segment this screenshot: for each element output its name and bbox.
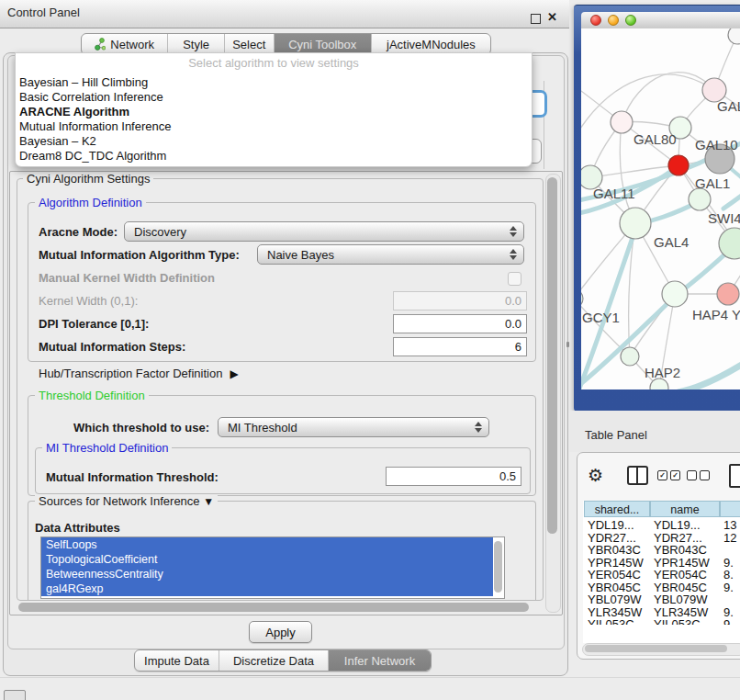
tab-impute-data-label: Impute Data [144, 654, 209, 668]
tab-cyni-toolbox[interactable]: Cyni Toolbox [275, 34, 372, 54]
stepper-arrows-icon [470, 422, 487, 433]
node[interactable] [728, 28, 740, 44]
node-label: SWI4 [708, 210, 740, 226]
list-item[interactable]: gal4RGexp [41, 581, 493, 596]
aracne-mode-combobox[interactable]: Discovery [124, 221, 524, 242]
algorithm-option[interactable]: Mutual Information Inference [16, 119, 532, 134]
data-attributes-list: SelfLoops TopologicalCoefficient Between… [40, 536, 505, 599]
zoom-traffic-light-icon[interactable] [625, 15, 636, 26]
aracne-mode-label: Aracne Mode: [39, 225, 118, 239]
control-panel-title: Control Panel [7, 6, 80, 19]
empty-box-icon [687, 470, 697, 480]
select-all-icon[interactable]: ✓ ✓ [657, 470, 680, 480]
cell-name: YIL053C [654, 618, 701, 625]
cell-value: 9. [723, 618, 734, 625]
network-view-canvas[interactable]: GAL GAL80 GAL10 GAL1 GAL11 SWI4 GAL4 GCY… [581, 28, 740, 390]
which-threshold-value: MI Threshold [228, 421, 470, 435]
cell-shared: YBR045C [588, 581, 641, 594]
node-label: HAP2 [645, 365, 680, 380]
mi-threshold-label: Mutual Information Threshold: [46, 470, 219, 484]
list-item[interactable]: SelfLoops [41, 537, 493, 552]
apply-button[interactable]: Apply [249, 621, 312, 643]
tab-network[interactable]: Network [82, 34, 168, 54]
which-threshold-combobox[interactable]: MI Threshold [218, 417, 489, 437]
column-header-cut[interactable] [720, 501, 740, 517]
float-window-icon[interactable] [531, 14, 541, 24]
algorithm-option[interactable]: Bayesian – Hill Climbing [16, 75, 532, 90]
cyni-bottom-tabs: Impute Data Discretize Data Infer Networ… [134, 649, 432, 672]
table-row[interactable]: YBR045CYBR045C9. [577, 581, 740, 594]
split-columns-icon[interactable] [627, 466, 648, 485]
tab-jactivemnodules-label: jActiveMNodules [387, 38, 476, 51]
column-header-shared[interactable]: shared... [584, 501, 650, 517]
minimized-panel-icon[interactable] [4, 690, 26, 700]
table-row[interactable]: YBR043CYBR043C [577, 544, 740, 557]
cell-name: YBR045C [654, 581, 707, 594]
node-hap2[interactable] [621, 347, 639, 366]
list-item[interactable]: BetweennessCentrality [41, 567, 493, 581]
hub-definition-expander[interactable]: Hub/Transcription Factor Definition ▶ [39, 367, 239, 380]
tab-select[interactable]: Select [225, 34, 275, 54]
table-row[interactable]: YPR145WYPR145W9. [577, 557, 740, 570]
algorithm-option[interactable]: Basic Correlation Inference [16, 90, 532, 105]
minimize-traffic-light-icon[interactable] [608, 15, 619, 26]
list-scrollbar-thumb[interactable] [494, 541, 502, 593]
table-row[interactable]: YDR27...YDR27...12 [577, 532, 740, 545]
mi-algorithm-type-label: Mutual Information Algorithm Type: [39, 248, 240, 262]
tab-infer-network[interactable]: Infer Network [329, 650, 431, 671]
cyni-settings-group-title: Cyni Algorithm Settings [23, 172, 153, 186]
manual-kernel-checkbox[interactable] [508, 272, 521, 286]
close-traffic-light-icon[interactable] [590, 15, 601, 26]
mi-algorithm-type-combobox[interactable]: Naive Bayes [257, 244, 524, 265]
node[interactable] [689, 188, 711, 210]
network-window-titlebar[interactable] [581, 12, 740, 29]
algorithm-option-selected[interactable]: ARACNE Algorithm [16, 105, 532, 119]
stepper-arrows-icon [505, 249, 521, 260]
deselect-all-icon[interactable] [687, 470, 710, 480]
node-label: GAL4 [654, 234, 689, 250]
node-gal4[interactable] [620, 208, 651, 239]
page-icon[interactable] [729, 464, 740, 488]
table-row[interactable]: YER054CYER054C8. [577, 569, 740, 581]
node-label: HAP4 [692, 307, 728, 322]
node-labels: GAL GAL80 GAL10 GAL1 GAL11 SWI4 GAL4 GCY… [582, 98, 740, 380]
tab-jactivemnodules[interactable]: jActiveMNodules [372, 34, 490, 54]
cell-name: YER054C [654, 569, 707, 581]
column-header-name[interactable]: name [650, 501, 720, 517]
algorithm-option[interactable]: Bayesian – K2 [16, 134, 532, 149]
algorithm-option[interactable]: Dream8 DC_TDC Algorithm [16, 149, 532, 164]
kernel-width-field[interactable]: 0.0 [393, 291, 527, 310]
dpi-tolerance-field[interactable]: 0.0 [393, 314, 527, 333]
settings-hscrollbar-thumb[interactable] [18, 603, 529, 612]
table-row[interactable]: YDL19...YDL19...13 [577, 519, 740, 532]
tab-network-label: Network [110, 38, 154, 51]
table-hscrollbar-thumb[interactable] [585, 645, 727, 652]
tab-discretize-data[interactable]: Discretize Data [219, 650, 329, 671]
node-hap4[interactable] [662, 281, 688, 307]
node-label: GAL10 [695, 137, 738, 152]
node-red-gal1[interactable] [668, 155, 689, 175]
table-row[interactable]: YBL079WYBL079W [577, 593, 740, 606]
expand-right-triangle-icon: ▶ [230, 367, 238, 380]
mi-threshold-field[interactable]: 0.5 [386, 467, 521, 486]
panel-divider-grip[interactable] [566, 342, 569, 347]
gear-icon[interactable]: ⚙ [588, 465, 603, 486]
sources-group-title[interactable]: Sources for Network Inference ▼ [35, 494, 218, 508]
cell-value: 13 [723, 519, 736, 532]
tab-discretize-data-label: Discretize Data [233, 654, 314, 668]
tab-impute-data[interactable]: Impute Data [135, 650, 219, 671]
node-gcy1[interactable] [581, 289, 583, 308]
node-gal80[interactable] [611, 111, 633, 133]
settings-vscrollbar-thumb[interactable] [547, 177, 557, 534]
table-row[interactable]: YIL053CYIL053C9. [577, 618, 740, 625]
tab-style[interactable]: Style [168, 34, 225, 54]
node-label: GAL11 [593, 186, 635, 201]
node-label: GAL80 [633, 131, 677, 147]
node-salmon[interactable] [717, 283, 739, 305]
table-row[interactable]: YLR345WYLR345W9. [577, 606, 740, 619]
close-icon[interactable]: ✕ [547, 10, 557, 24]
dpi-tolerance-label: DPI Tolerance [0,1]: [39, 317, 149, 331]
network-nodes[interactable] [581, 28, 740, 390]
list-item[interactable]: TopologicalCoefficient [41, 552, 493, 567]
mi-steps-field[interactable]: 6 [393, 337, 527, 356]
